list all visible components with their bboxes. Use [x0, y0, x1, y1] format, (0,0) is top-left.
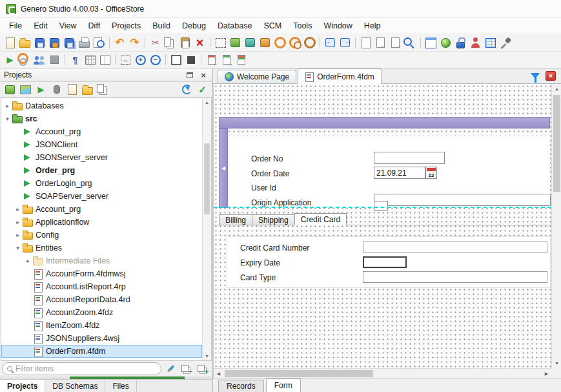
filter-funnel-button[interactable] [531, 73, 540, 79]
form-field-origin-application[interactable] [374, 201, 388, 211]
diff-all-icon[interactable] [234, 53, 249, 67]
run-application-icon[interactable] [438, 36, 453, 50]
form-field-expiry-date[interactable] [363, 256, 407, 268]
connections-icon[interactable] [498, 36, 513, 50]
menu-debug[interactable]: Debug [176, 19, 212, 33]
tree-item-accountlistreport-4rp[interactable]: AccountListReport.4rp [1, 280, 202, 293]
select-icon[interactable] [213, 36, 228, 50]
menu-window[interactable]: Window [318, 19, 358, 33]
navigate-back-icon[interactable] [373, 36, 388, 50]
menu-build[interactable]: Build [147, 19, 176, 33]
form-tab-billing[interactable]: Billing [219, 214, 252, 225]
new-icon[interactable] [3, 36, 17, 50]
diff-previous-icon[interactable] [204, 53, 219, 67]
tree-item-jsonclient[interactable]: JSONClient [1, 138, 202, 151]
run-icon[interactable] [3, 53, 17, 67]
stop-icon[interactable] [47, 53, 62, 67]
validate-project-icon[interactable] [195, 83, 210, 97]
save-icon[interactable] [32, 36, 47, 50]
tree-item-jsonserver-server[interactable]: JSONServer_server [1, 151, 202, 164]
redo-icon[interactable] [127, 36, 142, 50]
tree-item-entities[interactable]: ▾Entities [1, 242, 202, 254]
form-field-card-type[interactable] [363, 271, 547, 283]
highlight-matches-icon[interactable] [163, 362, 178, 376]
search-icon[interactable] [403, 36, 418, 50]
run-configuration-icon[interactable] [302, 36, 317, 50]
refresh-project-icon[interactable] [179, 83, 194, 97]
form-field-order-date[interactable]: 21.09.21 [374, 167, 425, 179]
tree-item-order-prg[interactable]: Order_prg [1, 164, 202, 177]
secure-connection-icon[interactable] [453, 36, 468, 50]
panel-float-button[interactable] [185, 70, 195, 80]
canvas-vertical-scrollbar[interactable]: ▲ ▼ [551, 84, 561, 368]
undo-icon[interactable] [112, 36, 127, 50]
new-group-icon[interactable] [80, 83, 95, 97]
collapse-arrow-icon[interactable]: ▾ [13, 245, 23, 251]
new-window-icon[interactable] [423, 36, 438, 50]
layout-icon[interactable] [97, 53, 112, 67]
menu-file[interactable]: File [3, 19, 28, 33]
compile-icon[interactable] [272, 36, 287, 50]
diff-next-icon[interactable] [219, 53, 234, 67]
tree-item-orderlogin-prg[interactable]: OrderLogin_prg [1, 177, 202, 190]
tree-scrollbar[interactable]: ▲ ▼ [202, 98, 211, 360]
build-all-icon[interactable] [243, 36, 258, 50]
copy-icon[interactable] [163, 36, 178, 50]
debug-project-icon[interactable] [49, 83, 64, 97]
tree-item-accountform-4fdmwsj[interactable]: AccountForm.4fdmwsj [1, 267, 202, 280]
tree-hscrollbar-thumb[interactable] [70, 377, 185, 379]
canvas-horizontal-scrollbar[interactable]: ◀ ▶ [214, 368, 551, 378]
tree-item-jsonsuppliers-4wsj[interactable]: JSONSuppliers.4wsj [1, 332, 202, 345]
save-as-icon[interactable] [47, 36, 62, 50]
close-editor-button[interactable]: × [546, 71, 556, 81]
tree-item-account-prg[interactable]: Account_prg [1, 125, 202, 138]
menu-diff[interactable]: Diff [83, 19, 107, 33]
expand-arrow-icon[interactable]: ▸ [3, 103, 12, 109]
print-icon[interactable] [77, 36, 92, 50]
build-project-icon[interactable] [3, 83, 17, 97]
form-field-order-no[interactable] [374, 152, 445, 164]
panel-tab-db-schemas[interactable]: DB Schemas [45, 380, 105, 392]
panel-tab-files[interactable]: Files [105, 380, 136, 392]
expand-arrow-icon[interactable]: ▸ [13, 219, 23, 225]
canvas-scroll-up-icon[interactable]: ▲ [552, 84, 561, 94]
tree-hscrollbar[interactable] [0, 377, 212, 379]
tree-item-orderform-4fdm[interactable]: OrderForm.4fdm [1, 345, 202, 358]
tree-item-accountzoom-4fdz[interactable]: AccountZoom.4fdz [1, 306, 202, 319]
form-tab-shipping[interactable]: Shipping [252, 214, 295, 225]
tree-item-config[interactable]: ▸Config [1, 229, 202, 242]
export-icon[interactable] [338, 36, 352, 50]
delete-icon[interactable] [192, 36, 207, 50]
formatting-marks-icon[interactable] [68, 53, 83, 67]
tree-item-src[interactable]: ▾src [1, 112, 202, 125]
tree-scroll-down-icon[interactable]: ▼ [203, 352, 211, 360]
form-field-credit-card-number[interactable] [363, 242, 547, 253]
tree-item-databases[interactable]: ▸Databases [1, 99, 202, 112]
view-tab-records[interactable]: Records [218, 380, 264, 392]
tree-scrollbar-thumb[interactable] [204, 143, 210, 214]
insert-table-icon[interactable] [83, 53, 97, 67]
menu-scm[interactable]: SCM [258, 19, 287, 33]
frame-icon[interactable] [168, 53, 183, 67]
form-designer-canvas[interactable]: ◀ BillingShippingCredit Card Credit Card… [213, 84, 561, 378]
canvas-hscrollbar-thumb[interactable] [225, 370, 373, 377]
clean-icon[interactable] [358, 36, 373, 50]
tree-scroll-up-icon[interactable]: ▲ [203, 98, 211, 107]
solid-frame-icon[interactable] [183, 53, 198, 67]
canvas-vscrollbar-thumb[interactable] [553, 95, 560, 192]
date-picker-icon[interactable]: 12 [425, 167, 437, 179]
collapse-all-icon[interactable] [179, 362, 194, 376]
filter-input[interactable] [15, 364, 156, 373]
profiles-icon[interactable] [32, 53, 47, 67]
tree-item-applicationflow[interactable]: ▸Applicationflow [1, 216, 202, 229]
expand-arrow-icon[interactable]: ▸ [23, 258, 33, 264]
expand-arrow-icon[interactable]: ▸ [13, 206, 23, 212]
zoom-in-icon[interactable] [133, 53, 148, 67]
editor-tab-welcome-page[interactable]: Welcome Page [218, 70, 296, 83]
build-and-run-icon[interactable] [17, 53, 32, 67]
open-icon[interactable] [17, 36, 32, 50]
menu-view[interactable]: View [54, 19, 83, 33]
save-all-icon[interactable] [62, 36, 77, 50]
paste-icon[interactable] [178, 36, 192, 50]
panel-tab-projects[interactable]: Projects [0, 380, 45, 392]
